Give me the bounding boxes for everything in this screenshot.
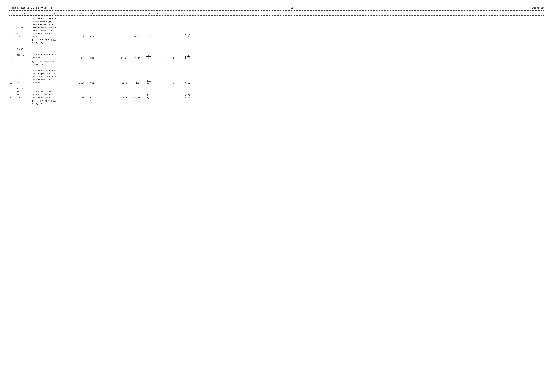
col-header-9: 9 [118,12,131,15]
col-header-2: 2 [16,12,32,15]
row-22-main: 22 8–472––9 Проводник заземляю- щий откр… [9,69,544,84]
row-20-price-lines: Цена:37,5+II,Ix0,04 [9,38,544,42]
col-header-15: I5 [178,12,190,15]
row-21-col10: 24,34 [131,57,143,59]
row-23-price-line2-wrap: I4,9xI,04 [9,103,544,106]
row-23-col13: 5 [162,96,170,99]
col-header-6: 6 [97,12,104,15]
row-20-col10: II,54 [131,35,143,38]
row-20-col11-top: 23 [147,33,150,35]
row-22-code: 8–472––9 [16,78,32,84]
row-20-col13: 7 [162,35,170,38]
row-20-price2: II,IxI,04 [32,42,544,45]
row-20-desc: Прокладка по перек- рытию кабеля двух- ч… [32,17,76,38]
row-21-price2: 23,4xI,04 [32,63,544,66]
row-22-col11-top: I,7 [147,79,150,82]
row-23-col7 [104,99,111,99]
col-header-12: I2 [154,12,162,15]
row-22-desc: Проводник заземляю- щий открыто по стро-… [32,69,76,84]
row-23-col10: I5,50 [131,96,143,99]
row-21-price-lines: Цена:60,8+23,4x0,04 [9,59,544,63]
page-header: Тип.пр. 816-2-22.86 Альбом 2 82 21341-02 [9,6,544,9]
row-23-col11-top: I,7 [147,94,150,97]
row-23-col5: 0,08 [87,96,97,99]
row-21-col15: 7,52 2,77 [178,55,190,59]
row-21-col15-bot: 2,77 [185,57,190,59]
row-20: 20 8–I46––Iтех.ч.п.4 Прокладка по перек-… [9,17,544,45]
row-20-col15-top: 4,I4 [185,33,190,35]
tip-pr-label: Тип.пр. [9,7,19,9]
row-23-price2: I4,9xI,04 [32,103,544,106]
row-21-desc: То же, с креплением скобами [32,53,76,60]
row-22-col15-top: 0,03 [185,82,190,84]
top-divider [9,10,544,11]
col-header-3: 3 [32,12,76,15]
row-23-code: 8–472––9тех.ч.п.4 [16,87,32,99]
col-header-7: 7 [104,12,111,15]
row-21-col5: 0,33 [87,57,97,59]
row-23-price1: Цена:58,8+I4,9x0,04 [32,100,544,103]
row-20-col7 [104,38,111,38]
row-23: 23 8–472––9тех.ч.п.4 То же, на высоте св… [9,87,544,106]
row-20-col12 [154,38,162,38]
row-21-price-line2-wrap: 23,4xI,04 [9,63,544,66]
row-22: 22 8–472––9 Проводник заземляю- щий откр… [9,69,544,84]
row-21-number: 2I [9,56,16,59]
row-23-col11-bot: 0,2 [147,97,150,99]
row-22-col10: I4,9 [131,82,143,84]
row-20-col5: 0,I8 [87,35,97,38]
row-21-col11-bot: 8,4 [147,57,150,59]
row-22-col5: 0,02 [87,82,97,84]
row-21-main: 2I 8–400––Iтех.ч.п.4 То же, с креплением… [9,48,544,60]
row-20-col8 [111,38,118,38]
row-22-col8 [111,84,118,84]
row-23-col8 [111,99,118,99]
row-22-col15: 0,03 [178,82,190,84]
row-20-col11-bot: 7,32 [146,35,151,38]
header-left: Тип.пр. 816-2-22.86 Альбом 2 [9,6,52,9]
row-20-col14: 2 [170,35,178,38]
row-22-col14: I [170,82,178,84]
col-header-1: I [9,12,16,15]
row-21-col15-top: 7,52 [185,55,190,57]
row-21-col14: 8 [170,57,178,59]
doc-number: 21341-02 [532,7,544,9]
row-23-col4: I00м [76,96,87,99]
col-header-8: 8 [111,12,118,15]
row-20-price-line2-wrap: II,IxI,04 [9,42,544,45]
row-21-col7 [104,59,111,59]
row-20-col11: 23 7,32 [143,33,154,38]
column-headers: I 2 3 4 5 6 7 8 9 IO II I2 I3 I4 I5 [9,12,544,16]
row-23-desc: То же, на высоте свыше 2-х метров от уро… [32,90,76,99]
row-21-col4: I00м [76,57,87,59]
row-23-number: 23 [9,96,16,99]
row-20-number: 20 [9,35,16,38]
row-22-col6 [97,84,104,84]
row-20-col4: I00м [76,35,87,38]
row-21-col12 [154,59,162,59]
row-23-price-lines: Цена:58,8+I4,9x0,04 [9,99,544,103]
page-number: 82 [291,7,294,9]
row-20-col15: 4,I4 I,32 [178,33,190,38]
row-23-col11: I,7 0,2 [143,94,154,99]
row-22-col7 [104,84,111,84]
row-21-code: 8–400––Iтех.ч.п.4 [16,48,32,60]
row-23-col15-bot: 0,02 [185,97,190,99]
row-22-number: 22 [9,81,16,84]
row-23-col12 [154,99,162,99]
row-21-col11: 22,8 8,4 [143,55,154,59]
row-20-col6 [97,38,104,38]
row-21: 2I 8–400––Iтех.ч.п.4 То же, с креплением… [9,48,544,66]
col-header-5: 5 [87,12,97,15]
row-20-col15-bot: I,32 [185,35,190,38]
album-label: Альбом 2 [41,7,52,9]
tip-pr-number: 816-2-22.86 [21,6,39,9]
row-23-main: 23 8–472––9тех.ч.п.4 То же, на высоте св… [9,87,544,99]
data-rows: 20 8–I46––Iтех.ч.п.4 Прокладка по перек-… [9,17,544,106]
row-22-col9: 58,8 [118,82,131,84]
row-20-code: 8–I46––Iтех.ч.п.4 [16,26,32,38]
col-header-4: 4 [76,12,87,15]
row-22-col13: I [162,82,170,84]
col-header-13: I3 [162,12,170,15]
row-21-col9: 6I,74 [118,57,131,59]
